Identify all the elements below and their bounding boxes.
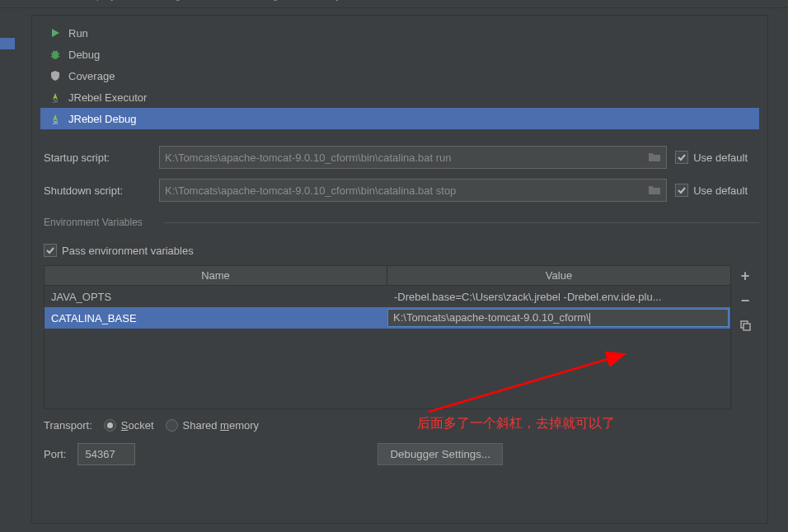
radio-icon bbox=[166, 419, 178, 432]
use-default-label: Use default bbox=[693, 184, 748, 197]
startup-script-value: K:\Tomcats\apache-tomcat-9.0.10_cform\bi… bbox=[165, 152, 648, 164]
env-container: Pass environment variables Name Value JA… bbox=[32, 244, 767, 409]
port-label: Port: bbox=[44, 448, 66, 460]
browse-folder-icon[interactable] bbox=[648, 184, 661, 198]
radio-shared-memory[interactable]: Shared memory bbox=[166, 419, 260, 432]
bug-icon bbox=[49, 48, 62, 61]
header-name[interactable]: Name bbox=[45, 266, 387, 285]
svg-point-6 bbox=[55, 51, 58, 54]
table-row[interactable]: CATALINA_BASE K:\Tomcats\apache-tomcat-9… bbox=[45, 307, 730, 329]
cell-name: JAVA_OPTS bbox=[45, 289, 387, 305]
debugger-settings-button[interactable]: Debugger Settings... bbox=[378, 443, 503, 465]
env-table-header: Name Value bbox=[45, 266, 730, 286]
shared-memory-label: Shared memory bbox=[183, 419, 260, 432]
run-label: Run bbox=[68, 27, 88, 40]
run-icon bbox=[49, 26, 62, 40]
env-table-area: Name Value JAVA_OPTS -Drebel.base=C:\Use… bbox=[44, 265, 756, 409]
browse-folder-icon[interactable] bbox=[648, 151, 661, 165]
header-value[interactable]: Value bbox=[387, 266, 730, 285]
svg-line-4 bbox=[57, 56, 59, 57]
env-table: Name Value JAVA_OPTS -Drebel.base=C:\Use… bbox=[44, 265, 731, 409]
checkbox-icon bbox=[675, 151, 688, 164]
coverage-label: Coverage bbox=[68, 70, 115, 82]
cell-name: CATALINA_BASE bbox=[45, 310, 386, 326]
env-section-title: Environment Variables bbox=[32, 217, 767, 235]
jrebel-executor-label: JRebel Executor bbox=[68, 91, 147, 104]
run-mode-coverage[interactable]: Coverage bbox=[40, 65, 759, 86]
run-mode-run[interactable]: Run bbox=[40, 22, 759, 44]
debug-label: Debug bbox=[68, 49, 100, 61]
port-row: Port: 54367 Debugger Settings... bbox=[32, 432, 767, 465]
shield-icon bbox=[49, 69, 62, 82]
startup-connection-panel: Run Debug Coverage JR JRebel Executor JR… bbox=[31, 15, 768, 524]
remove-row-button[interactable]: − bbox=[736, 292, 754, 310]
annotation-text: 后面多了一个斜杠，去掉就可以了 bbox=[417, 415, 615, 432]
table-row[interactable]: JAVA_OPTS -Drebel.base=C:\Users\zack\.jr… bbox=[45, 286, 730, 307]
add-row-button[interactable]: + bbox=[736, 267, 754, 285]
run-mode-list: Run Debug Coverage JR JRebel Executor JR… bbox=[40, 22, 759, 129]
svg-line-3 bbox=[51, 56, 54, 57]
checkbox-icon bbox=[44, 244, 57, 257]
run-mode-debug[interactable]: Debug bbox=[40, 44, 759, 65]
jrebel-debug-label: JRebel Debug bbox=[68, 113, 136, 125]
text-caret bbox=[589, 313, 590, 324]
window-edge-marker bbox=[0, 38, 15, 49]
svg-text:JR: JR bbox=[53, 99, 59, 103]
transport-label: Transport: bbox=[44, 419, 92, 432]
startup-script-label: Startup script: bbox=[44, 152, 151, 164]
section-divider bbox=[164, 222, 759, 223]
run-mode-jrebel-executor[interactable]: JR JRebel Executor bbox=[40, 86, 759, 108]
pass-env-checkbox[interactable]: Pass environment variables bbox=[44, 244, 756, 257]
cell-value-editing[interactable]: K:\Tomcats\apache-tomcat-9.0.10_cform\ bbox=[387, 309, 729, 327]
shutdown-script-label: Shutdown script: bbox=[44, 184, 151, 197]
script-form: Startup script: K:\Tomcats\apache-tomcat… bbox=[32, 146, 767, 202]
port-input[interactable]: 54367 bbox=[77, 443, 135, 465]
copy-row-button[interactable] bbox=[736, 316, 754, 334]
shutdown-script-value: K:\Tomcats\apache-tomcat-9.0.10_cform\bi… bbox=[165, 184, 648, 197]
radio-icon bbox=[104, 419, 116, 432]
checkbox-icon bbox=[675, 184, 688, 197]
table-buttons: + − bbox=[736, 265, 756, 409]
jrebel-debug-icon: JR bbox=[49, 112, 62, 125]
transport-row: Transport: Socket Shared memory bbox=[32, 409, 767, 432]
config-tabs: Server Deployment Logs Code Coverage Sta… bbox=[0, 0, 788, 8]
shutdown-script-field[interactable]: K:\Tomcats\apache-tomcat-9.0.10_cform\bi… bbox=[159, 179, 667, 202]
jrebel-rocket-icon: JR bbox=[49, 91, 62, 104]
svg-point-5 bbox=[53, 51, 55, 54]
pass-env-label: Pass environment variables bbox=[62, 245, 194, 257]
use-default-label: Use default bbox=[693, 152, 748, 164]
svg-rect-10 bbox=[743, 324, 750, 330]
shutdown-use-default[interactable]: Use default bbox=[675, 184, 748, 197]
svg-line-1 bbox=[51, 54, 54, 54]
cell-value: -Drebel.base=C:\Users\zack\.jrebel -Dreb… bbox=[387, 289, 730, 305]
svg-line-2 bbox=[57, 54, 59, 54]
run-mode-jrebel-debug[interactable]: JR JRebel Debug bbox=[40, 108, 759, 129]
svg-text:JR: JR bbox=[53, 120, 59, 124]
startup-script-field[interactable]: K:\Tomcats\apache-tomcat-9.0.10_cform\bi… bbox=[159, 146, 667, 169]
startup-use-default[interactable]: Use default bbox=[675, 151, 748, 164]
radio-socket[interactable]: Socket bbox=[104, 419, 154, 432]
socket-label: Socket bbox=[121, 419, 154, 432]
